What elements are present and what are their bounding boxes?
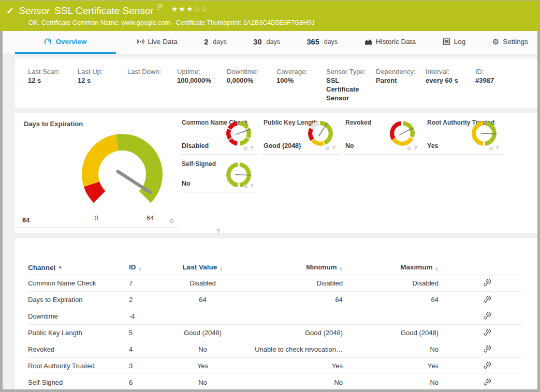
tab-30-days[interactable]: 30 days <box>247 31 286 54</box>
gauge-common-name-check[interactable]: Common Name Check Disabled ⚙ <box>181 113 258 155</box>
channel-table-row: Self-Signed 6 No No No <box>28 374 522 389</box>
column-header-channel[interactable]: Channel▼ <box>28 264 129 272</box>
gauge-pin-icon[interactable] <box>216 229 221 235</box>
channel-name[interactable]: Root Authority Trusted <box>28 362 129 370</box>
gauge-pin-icon[interactable] <box>250 184 254 189</box>
channel-maximum: Good (2048) <box>343 329 439 337</box>
channel-maximum: No <box>343 379 439 386</box>
gauge-pin-icon[interactable] <box>495 146 500 152</box>
channel-last-value: Disabled <box>160 279 245 287</box>
gauge-root-authority-trusted[interactable]: Root Authority Trusted Yes ⚙ <box>426 113 504 155</box>
log-icon <box>443 38 450 46</box>
column-header-maximum[interactable]: Maximum▲▼ <box>343 263 439 272</box>
sort-arrows-icon: ▲▼ <box>435 266 439 272</box>
sort-desc-arrow-icon: ▼ <box>58 265 62 270</box>
sensor-info-bar: Last Scan:12 s Last Up:12 s Last Down: U… <box>15 58 537 108</box>
tab-2-days[interactable]: 2 days <box>198 31 232 54</box>
channel-settings-gears-icon[interactable] <box>483 311 492 322</box>
gauge-gear-icon[interactable]: ⚙ <box>243 183 248 190</box>
channel-id: 7 <box>129 279 160 287</box>
small-gauges-grid: Common Name Check Disabled ⚙ Public Key … <box>181 113 504 192</box>
info-id: ID:#3987 <box>475 67 525 108</box>
channel-id: 5 <box>129 329 160 337</box>
channel-table-row: Days to Expiration 2 64 64 64 <box>28 292 522 308</box>
info-downtime: Downtime:0,0000% <box>227 67 276 108</box>
gauge-gear-icon[interactable]: ⚙ <box>168 217 174 225</box>
channel-table-header: Channel▼ ID▲▼ Last Value▲▼ Minimum▲▼ Max… <box>28 260 522 275</box>
live-data-icon <box>137 38 144 46</box>
channel-maximum: 64 <box>343 296 439 304</box>
revoked-gauge <box>388 119 417 148</box>
info-sensor-type: Sensor Type:SSL Certificate Sensor <box>326 67 376 108</box>
sort-arrows-icon: ▲▼ <box>139 266 142 272</box>
channel-last-value: 64 <box>160 296 245 304</box>
gauge-gear-icon[interactable]: ⚙ <box>325 145 330 152</box>
sensor-title-bar: ✓ Sensor SSL Certificate Sensor ★★★☆☆ OK… <box>0 1 540 31</box>
root-authority-trusted-gauge <box>470 119 499 148</box>
tab-log[interactable]: Log <box>436 31 472 54</box>
gauge-pin-icon[interactable] <box>414 146 418 152</box>
channel-table-body: Common Name Check 7 Disabled Disabled Di… <box>28 275 522 389</box>
gauge-self-signed[interactable]: Self-Signed No ⚙ <box>181 155 258 192</box>
priority-flag-icon[interactable] <box>157 4 163 13</box>
channel-maximum: Yes <box>343 362 439 370</box>
channel-minimum: No <box>245 379 343 386</box>
public-key-length-gauge <box>306 119 335 148</box>
gauge-scale-max: 64 <box>143 215 157 222</box>
gauge-pin-icon[interactable] <box>332 146 336 152</box>
channel-minimum: Unable to check revocation… <box>245 345 343 353</box>
channel-name[interactable]: Public Key Length <box>28 329 129 337</box>
channels-panel: Channel▼ ID▲▼ Last Value▲▼ Minimum▲▼ Max… <box>15 238 537 389</box>
channel-name[interactable]: Revoked <box>28 345 129 353</box>
gauge-value: Good (2048) <box>264 142 301 149</box>
info-last-up: Last Up:12 s <box>78 67 127 108</box>
info-uptime: Uptime:100,0000% <box>177 67 227 108</box>
gauge-revoked[interactable]: Revoked No ⚙ <box>344 113 422 155</box>
channel-settings-gears-icon[interactable] <box>483 295 492 305</box>
gauge-scale-min: 0 <box>90 215 103 222</box>
channel-table-row: Common Name Check 7 Disabled Disabled Di… <box>28 275 522 292</box>
channel-settings-gears-icon[interactable] <box>483 378 492 388</box>
channel-maximum: No <box>343 345 439 353</box>
info-interval: Interval:every 60 s <box>426 67 475 108</box>
status-ok-check-icon: ✓ <box>6 5 14 17</box>
channel-last-value: No <box>160 345 245 353</box>
sensor-title: SSL Certificate Sensor <box>54 5 154 17</box>
tab-overview[interactable]: Overview <box>15 31 116 54</box>
info-last-scan: Last Scan:12 s <box>28 67 78 108</box>
tab-live-data[interactable]: Live Data <box>130 31 184 54</box>
channel-id: 3 <box>129 362 160 370</box>
tab-settings[interactable]: ⚙ Settings <box>486 31 534 54</box>
tab-365-days[interactable]: 365 days <box>301 31 344 54</box>
bar-chart-icon <box>364 38 372 46</box>
gauge-gear-icon[interactable]: ⚙ <box>488 145 493 152</box>
days-to-expiration-gauge-arc <box>63 125 182 212</box>
channel-name[interactable]: Days to Expiration <box>28 296 129 304</box>
channel-settings-gears-icon[interactable] <box>483 328 492 338</box>
gear-icon: ⚙ <box>492 38 499 46</box>
gauge-current-value: 64 <box>22 216 30 224</box>
gauges-panel: Days to Expiration 0 64 64 ⚙ Common Name… <box>15 113 537 233</box>
gauge-value: Disabled <box>182 142 209 149</box>
channel-name[interactable]: Self-Signed <box>28 379 129 386</box>
sensor-kind-label: Sensor <box>19 5 50 17</box>
gauge-public-key-length[interactable]: Public Key Length Good (2048) ⚙ <box>262 113 340 155</box>
gauge-days-to-expiration[interactable]: Days to Expiration 0 64 64 ⚙ <box>15 113 180 228</box>
tab-historic-data[interactable]: Historic Data <box>358 31 422 54</box>
channel-settings-gears-icon[interactable] <box>483 344 492 355</box>
channel-minimum: Yes <box>245 362 343 370</box>
gauge-gear-icon[interactable]: ⚙ <box>243 145 248 152</box>
column-header-minimum[interactable]: Minimum▲▼ <box>245 263 343 272</box>
column-header-id[interactable]: ID▲▼ <box>129 263 160 272</box>
channel-settings-gears-icon[interactable] <box>483 278 492 289</box>
channel-name[interactable]: Downtime <box>28 312 129 320</box>
channel-last-value: Good (2048) <box>160 329 245 337</box>
channel-table-row: Downtime -4 <box>28 308 522 325</box>
channel-name[interactable]: Common Name Check <box>28 279 129 287</box>
gauge-pin-icon[interactable] <box>250 146 254 152</box>
channel-settings-gears-icon[interactable] <box>483 361 492 371</box>
channel-table-row: Public Key Length 5 Good (2048) Good (20… <box>28 325 522 341</box>
priority-star-rating[interactable]: ★★★☆☆ <box>171 5 209 13</box>
gauge-gear-icon[interactable]: ⚙ <box>406 145 412 152</box>
column-header-last-value[interactable]: Last Value▲▼ <box>160 263 245 272</box>
